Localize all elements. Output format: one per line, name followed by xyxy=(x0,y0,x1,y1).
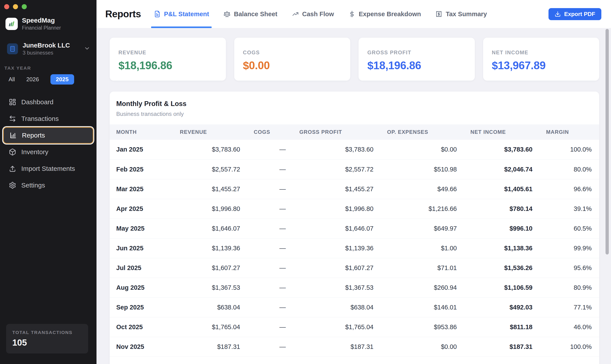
sidebar-item-inventory[interactable]: Inventory xyxy=(3,144,93,160)
cell-month: Oct 2025 xyxy=(110,317,175,337)
cell-revenue: $1,996.80 xyxy=(175,199,240,219)
sidebar-item-label: Inventory xyxy=(21,148,48,156)
cell-month: Jun 2025 xyxy=(110,238,175,258)
cell-cogs: — xyxy=(240,258,286,278)
cell-cogs: — xyxy=(240,238,286,258)
sidebar-item-reports[interactable]: Reports xyxy=(3,127,93,144)
scale-icon xyxy=(223,11,231,17)
cell-gross_profit: $1,996.80 xyxy=(286,199,374,219)
tab-tax-summary[interactable]: Tax Summary xyxy=(435,0,487,28)
business-subtitle: 3 businesses xyxy=(23,50,70,56)
cell-cogs: — xyxy=(240,219,286,238)
cell-month: Mar 2025 xyxy=(110,179,175,199)
table-row-sep-2025: Sep 2025$638.04—$638.04$146.01$492.0377.… xyxy=(110,298,599,317)
table-row-jun-2025: Jun 2025$1,139.36—$1,139.36$1.00$1,138.3… xyxy=(110,238,599,258)
cell-cogs: — xyxy=(240,179,286,199)
summary-card-label: NET INCOME xyxy=(492,50,591,56)
transactions-icon xyxy=(9,115,16,122)
cell-cogs: — xyxy=(240,199,286,219)
summary-card-value: $18,196.86 xyxy=(118,59,217,72)
cell-op_expenses: $0.00 xyxy=(374,140,457,159)
summary-card-value: $13,967.89 xyxy=(492,59,591,72)
scrollbar-thumb[interactable] xyxy=(606,29,609,255)
cell-margin: 99.9% xyxy=(532,238,599,258)
sidebar-item-dashboard[interactable]: Dashboard xyxy=(3,94,93,110)
total-transactions-value: 105 xyxy=(12,338,82,348)
report-card-header: Monthly Profit & Loss Business transacti… xyxy=(110,91,599,124)
table-row-nov-2025: Nov 2025$187.31—$187.31$0.00$187.31100.0… xyxy=(110,337,599,357)
tab-balance-sheet[interactable]: Balance Sheet xyxy=(223,0,277,28)
main-area: Reports P&L StatementBalance SheetCash F… xyxy=(97,0,611,364)
export-pdf-button[interactable]: Export PDF xyxy=(548,8,601,20)
cell-month: Feb 2025 xyxy=(110,159,175,179)
column-header-revenue: REVENUE xyxy=(175,124,240,140)
cell-gross_profit: $1,607.27 xyxy=(286,258,374,278)
cell-net_income: $811.18 xyxy=(457,317,532,337)
sidebar-item-label: Settings xyxy=(21,182,45,189)
cell-gross_profit: $638.04 xyxy=(286,298,374,317)
sidebar: SpeedMag Financial Planner JuneBrook LLC… xyxy=(0,0,97,364)
cell-op_expenses: $0.00 xyxy=(374,337,457,357)
maximize-window-button[interactable] xyxy=(22,4,27,9)
cell-margin: 46.0% xyxy=(532,317,599,337)
app-tagline: Financial Planner xyxy=(22,25,61,31)
dollar-icon xyxy=(348,11,356,17)
tab-cash-flow[interactable]: Cash Flow xyxy=(292,0,334,28)
summary-card-cogs: COGS$0.00 xyxy=(234,38,350,81)
tab-label: Balance Sheet xyxy=(234,11,277,18)
column-header-op-expenses: OP. EXPENSES xyxy=(374,124,457,140)
tab-p-l-statement[interactable]: P&L Statement xyxy=(154,0,209,28)
cell-cogs: — xyxy=(240,278,286,298)
cell-revenue: $2,557.72 xyxy=(175,159,240,179)
cell-net_income: $1,106.59 xyxy=(457,278,532,298)
building-icon xyxy=(7,43,18,54)
cell-margin: 95.6% xyxy=(532,258,599,278)
table-row-feb-2025: Feb 2025$2,557.72—$2,557.72$510.98$2,046… xyxy=(110,159,599,179)
sidebar-item-label: Import Statements xyxy=(21,165,75,172)
total-transactions-label: TOTAL TRANSACTIONS xyxy=(12,330,82,335)
tax-year-option-2026[interactable]: 2026 xyxy=(26,76,39,83)
chevron-down-icon xyxy=(84,45,90,52)
reports-icon xyxy=(9,132,17,139)
cell-month: May 2025 xyxy=(110,219,175,238)
app-window: SpeedMag Financial Planner JuneBrook LLC… xyxy=(0,0,611,364)
summary-cards: REVENUE$18,196.86COGS$0.00GROSS PROFIT$1… xyxy=(110,38,599,81)
cell-gross_profit: $1,139.36 xyxy=(286,238,374,258)
tax-year-option-all[interactable]: All xyxy=(9,76,15,83)
summary-card-gross-profit: GROSS PROFIT$18,196.86 xyxy=(359,38,475,81)
business-selector[interactable]: JuneBrook LLC 3 businesses xyxy=(7,42,90,56)
close-window-button[interactable] xyxy=(4,4,9,9)
cell-cogs: — xyxy=(240,140,286,159)
sidebar-item-transactions[interactable]: Transactions xyxy=(3,110,93,127)
app-name: SpeedMag xyxy=(22,17,61,24)
business-name: JuneBrook LLC xyxy=(23,42,70,49)
cell-revenue: $1,646.07 xyxy=(175,219,240,238)
app-logo-icon xyxy=(5,18,18,30)
cell-net_income: $1,536.26 xyxy=(457,258,532,278)
summary-card-value: $0.00 xyxy=(243,59,342,72)
cell-op_expenses: $1.00 xyxy=(374,238,457,258)
export-pdf-label: Export PDF xyxy=(564,11,595,17)
cell-net_income: $3,783.60 xyxy=(457,140,532,159)
tab-expense-breakdown[interactable]: Expense Breakdown xyxy=(348,0,421,28)
sidebar-item-import-statements[interactable]: Import Statements xyxy=(3,160,93,177)
cell-margin: 39.1% xyxy=(532,199,599,219)
summary-card-label: COGS xyxy=(243,50,342,56)
cell-revenue: $638.04 xyxy=(175,298,240,317)
cell-gross_profit: $1,367.53 xyxy=(286,278,374,298)
app-brand: SpeedMag Financial Planner xyxy=(5,17,97,31)
sidebar-item-settings[interactable]: Settings xyxy=(3,177,93,194)
minimize-window-button[interactable] xyxy=(13,4,18,9)
page-title: Reports xyxy=(105,9,141,19)
cell-margin: 100.0% xyxy=(532,337,599,357)
cell-gross_profit: $2,557.72 xyxy=(286,159,374,179)
tax-year-option-2025[interactable]: 2025 xyxy=(50,74,74,85)
tab-label: Tax Summary xyxy=(446,11,487,18)
cell-revenue: $1,765.04 xyxy=(175,317,240,337)
cell-cogs: — xyxy=(240,298,286,317)
receipt-icon xyxy=(435,11,442,17)
table-row-mar-2025: Mar 2025$1,455.27—$1,455.27$49.66$1,405.… xyxy=(110,179,599,199)
cell-op_expenses: $510.98 xyxy=(374,159,457,179)
cell-gross_profit: $1,765.04 xyxy=(286,317,374,337)
cell-margin: 96.6% xyxy=(532,179,599,199)
